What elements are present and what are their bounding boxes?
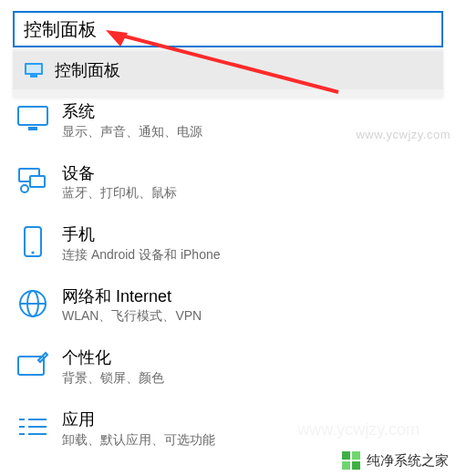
phone-icon — [16, 225, 49, 258]
watermark-url-top: www.ycwjzy.com — [356, 128, 451, 141]
svg-point-10 — [31, 252, 34, 254]
svg-rect-22 — [352, 451, 360, 460]
devices-icon — [16, 164, 49, 197]
category-subtitle: 卸载、默认应用、可选功能 — [62, 432, 215, 449]
category-texts: 个性化 背景、锁屏、颜色 — [62, 348, 164, 387]
category-subtitle: 连接 Android 设备和 iPhone — [62, 247, 221, 264]
category-title: 手机 — [62, 225, 221, 245]
svg-rect-5 — [28, 127, 37, 130]
svg-rect-23 — [342, 461, 350, 470]
apps-icon — [16, 410, 49, 443]
search-input[interactable] — [13, 11, 443, 47]
category-title: 系统 — [62, 102, 202, 122]
brand-logo-icon — [341, 450, 361, 471]
watermark-url-faint: www.ycwjzy.com — [297, 420, 420, 440]
settings-category-list: 系统 显示、声音、通知、电源 设备 蓝牙、打印机、鼠标 手机 连接 Androi… — [13, 98, 447, 460]
category-subtitle: 蓝牙、打印机、鼠标 — [62, 185, 177, 202]
personalization-icon — [16, 348, 49, 381]
globe-icon — [16, 287, 49, 320]
category-texts: 网络和 Internet WLAN、飞行模式、VPN — [62, 287, 202, 326]
svg-point-8 — [21, 185, 28, 192]
svg-rect-21 — [342, 451, 350, 460]
search-container — [13, 11, 443, 47]
category-texts: 应用 卸载、默认应用、可选功能 — [62, 410, 215, 449]
category-system[interactable]: 系统 显示、声音、通知、电源 — [13, 89, 447, 151]
brand-text: 纯净系统之家 — [367, 452, 449, 470]
svg-rect-7 — [30, 176, 45, 187]
category-texts: 设备 蓝牙、打印机、鼠标 — [62, 164, 177, 202]
suggestion-control-panel[interactable]: 控制面板 — [13, 51, 443, 89]
suggestion-label: 控制面板 — [55, 59, 120, 81]
category-subtitle: 背景、锁屏、颜色 — [62, 370, 164, 387]
svg-rect-4 — [18, 107, 47, 125]
category-title: 应用 — [62, 410, 215, 430]
category-title: 个性化 — [62, 348, 164, 368]
svg-rect-2 — [26, 65, 41, 73]
category-title: 设备 — [62, 164, 177, 184]
svg-rect-3 — [30, 75, 37, 78]
system-icon — [16, 102, 49, 135]
category-title: 网络和 Internet — [62, 287, 202, 307]
svg-rect-24 — [352, 461, 360, 470]
category-network[interactable]: 网络和 Internet WLAN、飞行模式、VPN — [13, 274, 447, 336]
category-texts: 系统 显示、声音、通知、电源 — [62, 102, 202, 140]
watermark-brand: 纯净系统之家 — [341, 450, 449, 471]
category-subtitle: 显示、声音、通知、电源 — [62, 124, 202, 140]
category-devices[interactable]: 设备 蓝牙、打印机、鼠标 — [13, 151, 447, 213]
control-panel-icon — [24, 63, 44, 78]
category-phone[interactable]: 手机 连接 Android 设备和 iPhone — [13, 212, 447, 274]
category-texts: 手机 连接 Android 设备和 iPhone — [62, 225, 221, 264]
category-subtitle: WLAN、飞行模式、VPN — [62, 308, 202, 325]
search-suggestion-dropdown: 控制面板 — [13, 47, 443, 97]
category-personalization[interactable]: 个性化 背景、锁屏、颜色 — [13, 336, 447, 398]
